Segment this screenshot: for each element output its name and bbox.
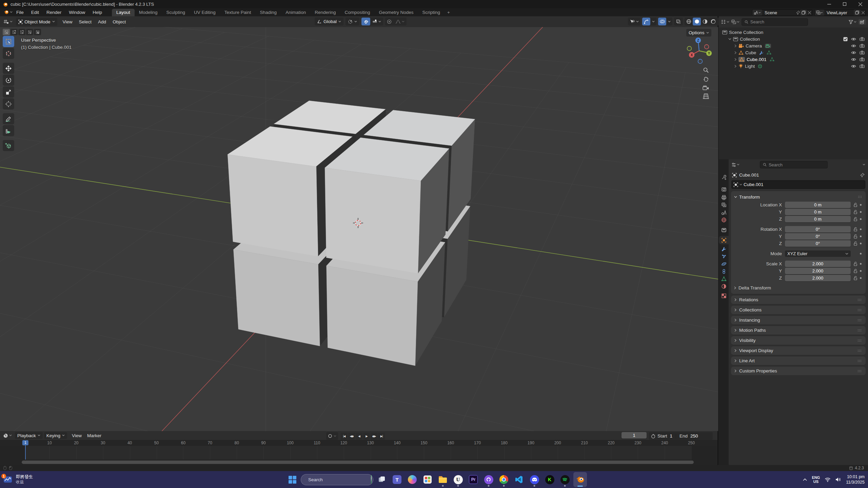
shading-rendered-button[interactable] — [709, 18, 717, 25]
pin-icon[interactable] — [796, 11, 800, 15]
maximize-button[interactable] — [837, 0, 852, 8]
animate-dot[interactable] — [860, 228, 862, 230]
workspace-tab-scripting[interactable]: Scripting — [418, 9, 445, 16]
hide-eye-icon[interactable] — [851, 64, 856, 68]
viewport-menu-add[interactable]: Add — [98, 19, 106, 24]
blender-menu-icon[interactable] — [3, 10, 13, 15]
viewport-menu-object[interactable]: Object — [113, 19, 126, 24]
wifi-icon[interactable] — [825, 477, 831, 482]
outliner-editor-type-button[interactable] — [721, 20, 729, 24]
outliner-row-scene-collection[interactable]: Scene Collection — [719, 29, 868, 36]
select-mode-intersect[interactable] — [34, 29, 41, 35]
disable-render-icon[interactable] — [860, 44, 865, 48]
timeline-area[interactable] — [0, 446, 717, 460]
lock-icon[interactable] — [853, 276, 857, 280]
options-dropdown[interactable]: Options — [686, 29, 711, 37]
clock[interactable]: 10:01 pm 11/3/2025 — [846, 474, 865, 485]
section-relations[interactable]: Relations — [731, 296, 866, 304]
animate-dot[interactable] — [860, 263, 862, 265]
new-viewlayer-button[interactable] — [854, 9, 861, 16]
start-value[interactable]: 1 — [670, 433, 673, 439]
language-indicator[interactable]: ENG US — [812, 475, 820, 484]
new-scene-button[interactable] — [800, 9, 807, 16]
measure-tool[interactable] — [3, 125, 14, 136]
object-visibility-dropdown[interactable] — [628, 18, 640, 25]
keying-menu[interactable]: Keying — [44, 432, 67, 439]
lock-icon[interactable] — [853, 269, 857, 273]
outliner-filter-button[interactable] — [849, 20, 856, 24]
timeline-menu-view[interactable]: View — [72, 433, 82, 438]
shading-material-button[interactable] — [701, 18, 709, 25]
current-frame-marker[interactable]: 1 — [22, 440, 28, 445]
animate-dot[interactable] — [860, 277, 862, 279]
taskbar-app-chrome[interactable] — [497, 472, 511, 487]
start-button[interactable] — [285, 472, 299, 487]
xray-toggle[interactable] — [674, 18, 683, 25]
section-line-art[interactable]: Line Art — [731, 357, 866, 365]
lock-icon[interactable] — [853, 217, 857, 221]
timeline-menu-marker[interactable]: Marker — [87, 433, 101, 438]
lock-icon[interactable] — [853, 203, 857, 207]
properties-tab-world[interactable] — [719, 216, 729, 224]
workspace-tab-layout[interactable]: Layout — [112, 9, 135, 16]
outliner-row-cube-001[interactable]: Cube.001 — [719, 56, 868, 63]
new-collection-button[interactable] — [859, 19, 866, 25]
proportional-edit-toggle[interactable] — [385, 18, 393, 25]
scale-tool[interactable] — [3, 86, 14, 98]
outliner-row-collection[interactable]: Collection — [719, 36, 868, 42]
properties-tab-object[interactable] — [719, 236, 729, 244]
outliner-row-light[interactable]: Light — [719, 63, 868, 69]
timeline-editor-type-button[interactable] — [3, 433, 12, 438]
taskbar-app-discord[interactable] — [528, 472, 541, 487]
disable-render-icon[interactable] — [860, 50, 865, 55]
lock-icon[interactable] — [853, 262, 857, 266]
section-viewport-display[interactable]: Viewport Display — [731, 346, 866, 355]
collection-checkbox[interactable] — [843, 37, 848, 41]
outliner-row-camera[interactable]: Camera — [719, 42, 868, 49]
properties-search-input[interactable] — [769, 162, 825, 167]
hide-eye-icon[interactable] — [851, 51, 856, 55]
workspace-tab-geometry-nodes[interactable]: Geometry Nodes — [375, 9, 418, 16]
select-box-tool[interactable] — [3, 36, 14, 47]
section-instancing[interactable]: Instancing — [731, 316, 866, 324]
select-mode-invert[interactable] — [26, 29, 33, 35]
zoom-icon[interactable] — [703, 67, 709, 73]
gizmos-toggle[interactable] — [642, 18, 650, 25]
previous-keyframe-button[interactable]: ◀◆ — [348, 433, 355, 440]
add-workspace-button[interactable]: + — [445, 9, 453, 16]
auto-keying-button[interactable] — [326, 432, 338, 440]
value-field[interactable]: 0° — [785, 233, 851, 240]
menu-help[interactable]: Help — [93, 10, 102, 15]
hide-eye-icon[interactable] — [851, 44, 856, 48]
disable-render-icon[interactable] — [860, 64, 865, 68]
viewlayer-name[interactable]: ViewLayer — [824, 10, 854, 15]
outliner-search-input[interactable] — [750, 19, 805, 24]
taskbar-app-explorer[interactable] — [436, 472, 450, 487]
section-visibility[interactable]: Visibility — [731, 336, 866, 345]
value-field[interactable]: 0 m — [785, 216, 851, 222]
taskbar-app-store[interactable] — [421, 472, 434, 487]
move-tool[interactable] — [3, 63, 14, 74]
object-name-field[interactable] — [731, 180, 865, 189]
proportional-falloff-dropdown[interactable] — [393, 20, 407, 24]
scene-name[interactable]: Scene — [762, 10, 796, 15]
viewlayer-browse-icon[interactable] — [815, 9, 824, 16]
select-mode-extend[interactable] — [11, 29, 18, 35]
shading-solid-button[interactable] — [693, 18, 701, 25]
taskbar-app-unreal[interactable]: U — [451, 472, 465, 487]
scene-browse-icon[interactable] — [752, 9, 762, 16]
remove-viewlayer-icon[interactable] — [861, 11, 866, 14]
delta-transform-section[interactable]: Delta Transform — [734, 285, 863, 290]
scene-selector[interactable]: Scene — [752, 9, 812, 16]
mode-dropdown[interactable]: Object Mode — [16, 18, 57, 26]
value-field[interactable]: 0° — [785, 240, 851, 247]
playhead[interactable] — [25, 445, 26, 460]
taskbar-app-copilot[interactable] — [406, 472, 419, 487]
value-field[interactable]: 0 m — [785, 209, 851, 215]
menu-render[interactable]: Render — [46, 10, 61, 15]
playback-menu[interactable]: Playback — [15, 432, 43, 439]
add-cube-tool[interactable] — [3, 140, 14, 151]
perspective-toggle-icon[interactable] — [703, 94, 709, 99]
workspace-tab-sculpting[interactable]: Sculpting — [162, 9, 190, 16]
overlays-toggle[interactable] — [658, 18, 666, 25]
